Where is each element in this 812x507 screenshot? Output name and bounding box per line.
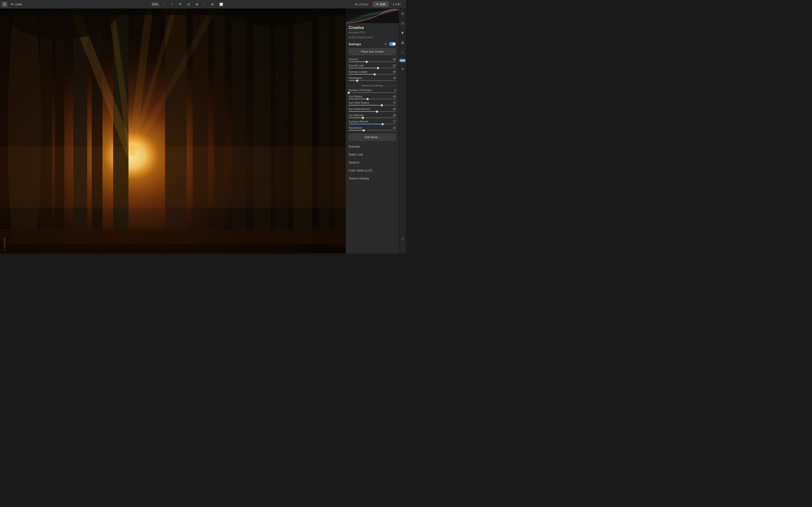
more-icon[interactable]: ··· (400, 247, 405, 252)
slider-track-amount[interactable] (349, 61, 396, 62)
ai-sky-label: AI Sky Replacement (346, 35, 399, 41)
canvas-area[interactable]: © Albert Dros (0, 9, 345, 253)
tab-edit[interactable]: ✏ Edit (373, 1, 389, 7)
slider-value-sun-warmth: 30 (390, 114, 396, 117)
slider-track-sunrays-length[interactable] (349, 74, 396, 75)
slider-label-penetration: Penetration (349, 76, 362, 79)
edit-icon: ✏ (376, 2, 379, 6)
zoom-control[interactable]: 94% (151, 2, 160, 6)
slider-thumb-sun-warmth[interactable] (362, 117, 364, 119)
slider-track-num-sunrays[interactable] (349, 92, 396, 93)
fullscreen-button[interactable]: ⬜ (218, 2, 224, 6)
slider-thumb-num-sunrays[interactable] (347, 92, 350, 94)
slider-thumb-sun-glow-amount[interactable] (376, 110, 378, 113)
preview-button[interactable]: 👁 (177, 2, 183, 6)
slider-track-overall-look[interactable] (349, 68, 396, 68)
slider-value-sunrays-length: 55 (390, 70, 396, 73)
section-item-color-styles[interactable]: Color Styles (LUT) (346, 166, 399, 174)
slider-fill-amount (349, 61, 367, 62)
slider-row-amount: Amount38 (346, 57, 399, 63)
section-item-mystical[interactable]: Mystical (346, 159, 399, 166)
zoom-in-button[interactable]: + (170, 2, 174, 6)
sunrays-header: Sunrays ↺ (346, 41, 399, 47)
section-subtitle: elevated.CR2 (346, 31, 399, 35)
slider-thumb-randomize[interactable] (363, 129, 365, 132)
compare-button[interactable]: ⊟ (186, 2, 192, 6)
slider-thumb-sun-glow-radius[interactable] (381, 104, 383, 107)
add-button[interactable]: + (2, 2, 7, 7)
slider-thumb-sunrays-warmth[interactable] (381, 123, 384, 125)
grid-button[interactable]: ⊞ (210, 2, 215, 6)
sun-icon[interactable]: ☀ (400, 30, 405, 36)
slider-thumb-sunrays-length[interactable] (373, 73, 376, 75)
advanced-settings-header: Advanced Settings (346, 82, 399, 88)
section-item-texture-overlay[interactable]: Texture Overlay (346, 174, 399, 182)
slider-thumb-penetration[interactable] (356, 79, 359, 82)
place-sun-center-button[interactable]: Place Sun Center (349, 48, 396, 55)
slider-fill-randomize (349, 130, 364, 131)
slider-row-sun-glow-amount: Sun Glow Amount60 (346, 107, 399, 113)
slider-value-num-sunrays: 0 (390, 89, 396, 92)
slider-value-sun-glow-radius: 70 (390, 101, 396, 104)
slider-row-penetration: Penetration18 (346, 76, 399, 82)
advanced-label: Advanced Settings (359, 84, 385, 87)
slider-fill-sun-radius (349, 99, 368, 99)
palette-icon[interactable]: ◉ (400, 40, 405, 45)
slider-value-overall-look: 62 (390, 64, 396, 67)
slider-track-sun-radius[interactable] (349, 99, 396, 99)
slider-thumb-amount[interactable] (365, 61, 368, 63)
crop-button[interactable]: ⊞ (194, 2, 200, 6)
reset-icon[interactable]: ↺ (384, 42, 387, 46)
side-icons: ⊞ ⊟ ☀ ◉ ☺ PRO ⊛ ⏱ ··· (399, 9, 406, 253)
svg-rect-6 (55, 9, 64, 253)
slider-label-amount: Amount (349, 58, 358, 61)
face-icon[interactable]: ☺ (400, 49, 405, 55)
section-item-matte-look[interactable]: Matte Look (346, 151, 399, 159)
zoom-value: 94% (152, 3, 158, 6)
slider-fill-sunrays-warmth (349, 124, 383, 124)
slider-track-sun-glow-radius[interactable] (349, 105, 396, 106)
export-button[interactable]: ↑ (203, 2, 207, 6)
sunrays-toggle[interactable] (389, 42, 396, 46)
slider-thumb-sun-radius[interactable] (366, 98, 369, 100)
section-items-list: DramaticMatte LookMysticalColor Styles (… (346, 143, 399, 182)
slider-fill-sun-glow-radius (349, 105, 382, 106)
tab-info[interactable]: ℹ Info (390, 1, 404, 7)
slider-track-sunrays-warmth[interactable] (349, 124, 396, 124)
slider-track-penetration[interactable] (349, 80, 396, 81)
toolbar-center: 94% − + 👁 ⊟ ⊞ ↑ ⊞ ⬜ (25, 2, 349, 6)
slider-row-overall-look: Overall Look62 (346, 63, 399, 69)
slider-fill-sun-glow-amount (349, 111, 377, 112)
slider-thumb-overall-look[interactable] (377, 67, 379, 69)
zoom-out-button[interactable]: − (162, 2, 167, 6)
tab-library[interactable]: ⊞ Library (351, 1, 372, 7)
slider-label-sun-glow-radius: Sun Glow Radius (349, 101, 369, 104)
slider-label-randomize: Randomize (349, 126, 362, 129)
toolbar-right: ⊞ Library ✏ Edit ℹ Info (351, 1, 404, 7)
svg-rect-5 (40, 9, 52, 253)
svg-rect-12 (232, 9, 246, 253)
sunrays-controls: ↺ (384, 42, 396, 46)
edit-mask-button[interactable]: Edit Mask ↓ (349, 134, 396, 140)
slider-label-sunrays-warmth: Sunrays Warmth (349, 120, 369, 123)
svg-rect-18 (165, 9, 186, 253)
svg-rect-14 (275, 9, 287, 253)
adjustments-icon[interactable]: ⊟ (400, 20, 405, 26)
slider-track-randomize[interactable] (349, 130, 396, 131)
section-title: Creative (346, 23, 399, 31)
slider-track-sun-warmth[interactable] (349, 117, 396, 118)
layers-icon[interactable]: ⊞ (400, 11, 405, 16)
slider-row-num-sunrays: Number of Sunrays0 (346, 88, 399, 94)
pro-badge[interactable]: PRO (399, 59, 405, 62)
slider-value-amount: 38 (390, 58, 396, 61)
history-icon[interactable]: ⏱ (400, 236, 405, 242)
slider-row-sunrays-length: Sunrays Length55 (346, 69, 399, 76)
slider-label-overall-look: Overall Look (349, 64, 364, 67)
slider-label-sun-glow-amount: Sun Glow Amount (349, 108, 370, 110)
slider-label-sun-radius: Sun Radius (349, 95, 363, 98)
bag-icon[interactable]: ⊛ (400, 66, 405, 72)
looks-button[interactable]: 👁 Looks (9, 2, 24, 6)
section-item-dramatic[interactable]: Dramatic (346, 143, 399, 151)
slider-fill-sunrays-length (349, 74, 375, 75)
slider-track-sun-glow-amount[interactable] (349, 111, 396, 112)
